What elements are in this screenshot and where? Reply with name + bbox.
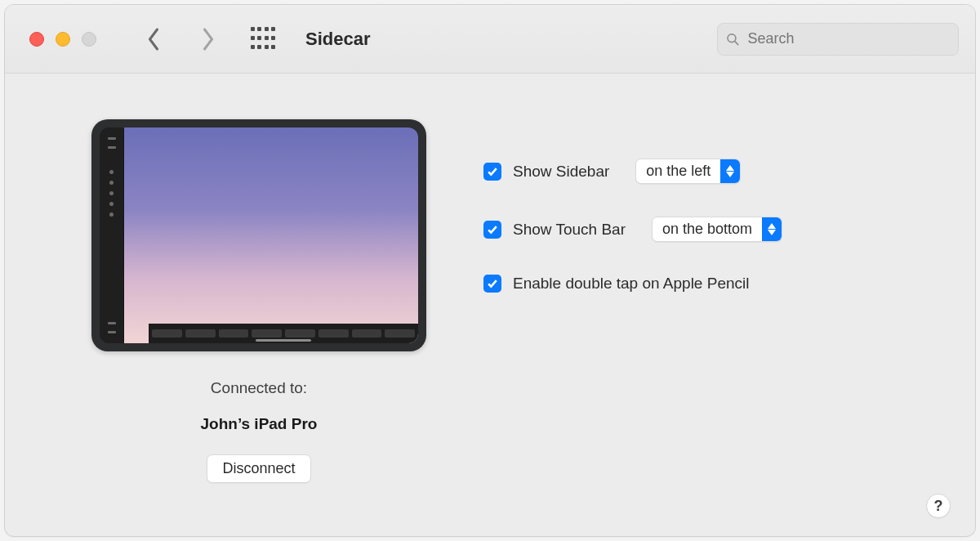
svg-marker-4 xyxy=(768,223,776,229)
grid-icon xyxy=(251,27,275,51)
help-button[interactable]: ? xyxy=(926,494,951,518)
disconnect-button[interactable]: Disconnect xyxy=(207,454,310,483)
double-tap-row: Enable double tap on Apple Pencil xyxy=(483,275,946,293)
show-sidebar-label: Show Sidebar xyxy=(513,163,609,181)
ipad-preview xyxy=(91,119,426,351)
touchbar-position-popup[interactable]: on the bottom xyxy=(652,217,782,242)
pane-title: Sidecar xyxy=(305,29,371,50)
popup-value: on the left xyxy=(636,159,720,183)
close-window-button[interactable] xyxy=(29,32,44,47)
search-field[interactable] xyxy=(717,23,959,56)
preview-touchbar xyxy=(149,324,418,343)
double-tap-label: Enable double tap on Apple Pencil xyxy=(513,275,749,293)
preview-screen xyxy=(124,127,418,343)
forward-button[interactable] xyxy=(188,20,227,59)
sidecar-preferences-window: Sidecar xyxy=(4,4,976,537)
popup-value: on the bottom xyxy=(653,217,762,241)
window-controls xyxy=(29,32,96,47)
chevron-left-icon xyxy=(146,28,162,51)
show-sidebar-checkbox[interactable] xyxy=(483,163,501,181)
chevron-right-icon xyxy=(200,28,216,51)
svg-point-0 xyxy=(728,34,736,42)
device-name: John’s iPad Pro xyxy=(201,415,318,433)
preview-sidebar xyxy=(100,127,124,343)
show-touchbar-row: Show Touch Bar on the bottom xyxy=(483,217,946,242)
check-icon xyxy=(487,278,498,289)
titlebar: Sidecar xyxy=(5,5,975,74)
zoom-window-button[interactable] xyxy=(82,32,96,47)
svg-marker-3 xyxy=(726,172,734,177)
back-button[interactable] xyxy=(134,20,173,59)
svg-marker-2 xyxy=(726,165,734,171)
check-icon xyxy=(487,166,498,177)
updown-arrows-icon xyxy=(762,217,782,241)
show-touchbar-checkbox[interactable] xyxy=(483,221,501,239)
show-all-prefs-button[interactable] xyxy=(248,25,278,54)
show-sidebar-row: Show Sidebar on the left xyxy=(483,159,946,184)
options-column: Show Sidebar on the left Show Touch Bar … xyxy=(483,119,946,520)
search-icon xyxy=(726,32,739,47)
check-icon xyxy=(487,224,498,235)
double-tap-checkbox[interactable] xyxy=(483,275,501,293)
updown-arrows-icon xyxy=(720,159,740,183)
minimize-window-button[interactable] xyxy=(56,32,70,47)
search-input[interactable] xyxy=(746,29,950,48)
svg-marker-5 xyxy=(768,230,776,235)
show-touchbar-label: Show Touch Bar xyxy=(513,221,626,239)
sidebar-position-popup[interactable]: on the left xyxy=(635,159,741,184)
svg-line-1 xyxy=(735,41,738,44)
connected-to-label: Connected to: xyxy=(211,379,307,397)
content-area: Connected to: John’s iPad Pro Disconnect… xyxy=(5,74,975,536)
device-column: Connected to: John’s iPad Pro Disconnect xyxy=(91,119,426,520)
